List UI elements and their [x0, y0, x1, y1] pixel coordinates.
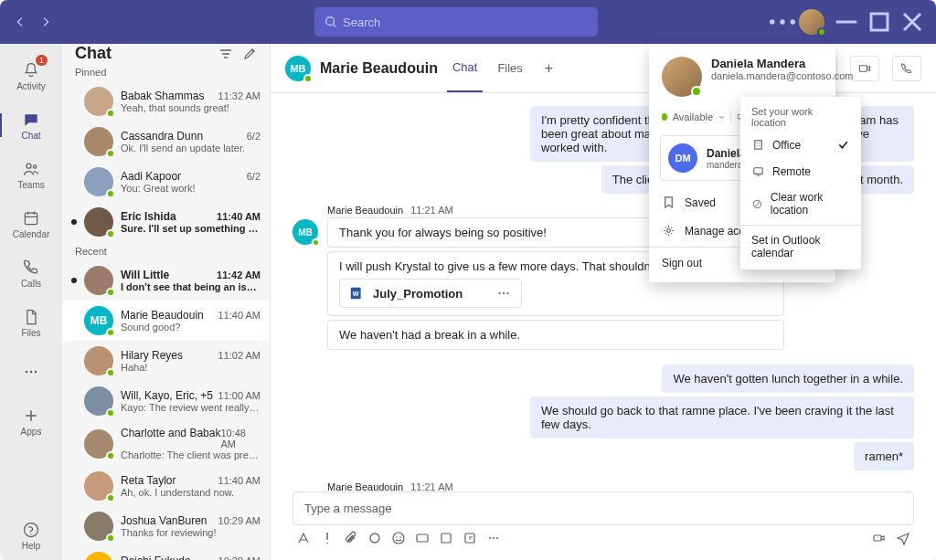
chat-list-item[interactable]: Eric Ishida11:40 AMSure. I'll set up som… — [62, 202, 270, 242]
location-office-item[interactable]: Office — [740, 132, 861, 158]
gear-icon — [662, 224, 675, 238]
chat-list-item[interactable]: Will Little11:42 AMI don't see that bein… — [62, 260, 270, 301]
files-icon — [22, 308, 40, 326]
rail-more[interactable] — [0, 347, 62, 396]
chat-time: 11:42 AM — [217, 269, 261, 280]
video-record-button[interactable] — [872, 531, 887, 545]
svg-rect-34 — [754, 168, 762, 174]
more-button[interactable] — [766, 9, 799, 35]
svg-point-22 — [396, 536, 398, 538]
presence-indicator-icon — [106, 288, 115, 297]
word-file-icon: W — [349, 285, 366, 301]
rail-help-label: Help — [22, 541, 41, 551]
chat-time: 6/2 — [247, 131, 261, 142]
chat-list-item[interactable]: MBMarie Beaudouin11:40 AMSound good? — [62, 301, 270, 341]
presence-indicator-icon — [106, 408, 115, 417]
window-minimize-button[interactable] — [830, 9, 863, 35]
chat-list-item[interactable]: Cassandra Dunn6/2Ok. I'll send an update… — [62, 122, 270, 162]
rail-help[interactable]: Help — [0, 511, 62, 560]
chat-time: 10:20 AM — [218, 555, 261, 560]
composer: Type a message — [271, 491, 936, 560]
chat-name: Babak Shammas — [121, 90, 204, 102]
tab-chat[interactable]: Chat — [447, 44, 483, 92]
chat-list-item[interactable]: Hilary Reyes11:02 AMHaha! — [62, 341, 270, 381]
chat-avatar — [84, 429, 113, 459]
location-outlook-item[interactable]: Set in Outlook calendar — [740, 227, 861, 266]
work-location-flyout: Set your work location Office Remote Cle… — [740, 97, 861, 269]
loop-button[interactable] — [367, 531, 382, 545]
rail-apps[interactable]: Apps — [0, 396, 62, 446]
chat-name: Marie Beaudouin — [121, 309, 204, 322]
audio-call-button[interactable] — [892, 56, 921, 81]
location-remote-item[interactable]: Remote — [740, 158, 861, 185]
search-box[interactable]: Search — [314, 7, 598, 37]
rail-teams[interactable]: Teams — [0, 150, 62, 199]
svg-point-6 — [34, 164, 37, 167]
compose-input[interactable]: Type a message — [292, 491, 914, 525]
filter-icon[interactable] — [218, 47, 233, 61]
emoji-button[interactable] — [391, 531, 406, 545]
svg-rect-25 — [441, 534, 451, 543]
presence-status[interactable]: Available — [673, 111, 713, 122]
rail-apps-label: Apps — [21, 427, 42, 437]
window-maximize-button[interactable] — [863, 9, 896, 35]
clear-icon — [751, 197, 763, 211]
chat-preview: Sound good? — [121, 322, 261, 333]
file-more-icon[interactable] — [495, 285, 512, 301]
attach-button[interactable] — [344, 531, 358, 545]
compose-more-button[interactable] — [486, 531, 501, 545]
nav-forward-button[interactable] — [33, 9, 58, 35]
svg-rect-7 — [25, 213, 37, 225]
profile-avatar-button[interactable] — [799, 9, 824, 35]
video-call-button[interactable] — [850, 56, 879, 81]
chat-list-item[interactable]: Joshua VanBuren10:29 AMThanks for review… — [62, 506, 270, 546]
presence-indicator-icon — [106, 328, 115, 337]
sticker-button[interactable] — [439, 531, 453, 545]
chat-list-item[interactable]: Reta Taylor11:40 AMAh, ok. I understand … — [62, 466, 270, 506]
presence-indicator-icon — [106, 189, 115, 198]
priority-button[interactable] — [320, 531, 335, 545]
chat-list-item[interactable]: Babak Shammas11:32 AMYeah, that sounds g… — [62, 81, 270, 122]
svg-rect-33 — [755, 141, 762, 149]
location-clear-item[interactable]: Clear work location — [740, 185, 861, 223]
chat-name: Eric Ishida — [121, 210, 176, 223]
chat-name: Charlotte and Babak — [121, 427, 220, 439]
chat-preview: Ah, ok. I understand now. — [121, 487, 261, 498]
add-tab-button[interactable]: + — [537, 60, 560, 77]
remote-icon — [751, 164, 765, 178]
rail-chat[interactable]: Chat — [0, 100, 62, 150]
rail-calendar[interactable]: Calendar — [0, 199, 62, 248]
new-chat-icon[interactable] — [242, 47, 257, 61]
chat-avatar — [84, 127, 113, 156]
file-attachment[interactable]: W July_Promotion — [339, 279, 522, 308]
sent-message: We haven't gotten lunch together in a wh… — [292, 365, 914, 393]
chat-preview: Haha! — [121, 362, 261, 373]
window-close-button[interactable] — [896, 9, 929, 35]
schedule-button[interactable] — [463, 531, 477, 545]
chevron-down-icon — [718, 112, 725, 122]
chat-avatar — [84, 87, 113, 116]
chat-name: Hilary Reyes — [121, 349, 183, 362]
svg-point-28 — [493, 537, 495, 539]
chat-list-item[interactable]: Aadi Kapoor6/2You: Great work! — [62, 162, 270, 202]
svg-point-20 — [370, 534, 379, 543]
send-button[interactable] — [896, 531, 910, 545]
chat-list-item[interactable]: DFDaichi Fukuda10:20 AMYou: Thank you! — [62, 546, 270, 560]
svg-point-19 — [506, 292, 508, 294]
chat-list-item[interactable]: Charlotte and Babak10:48 AMCharlotte: Th… — [62, 421, 270, 466]
svg-point-17 — [498, 292, 500, 294]
chat-icon — [22, 111, 40, 129]
nav-back-button[interactable] — [7, 9, 33, 35]
chat-avatar — [84, 266, 113, 295]
title-bar: Search — [0, 0, 936, 44]
format-button[interactable] — [296, 531, 311, 545]
rail-files[interactable]: Files — [0, 298, 62, 347]
chat-name: Will, Kayo, Eric, +5 — [121, 389, 213, 402]
gif-button[interactable] — [415, 531, 430, 545]
svg-text:W: W — [353, 290, 359, 298]
tab-files[interactable]: Files — [492, 44, 527, 92]
chat-list-item[interactable]: Will, Kayo, Eric, +511:00 AMKayo: The re… — [62, 381, 270, 421]
rail-activity[interactable]: 1 Activity — [0, 51, 62, 100]
svg-point-10 — [35, 371, 37, 374]
rail-calls[interactable]: Calls — [0, 248, 62, 298]
